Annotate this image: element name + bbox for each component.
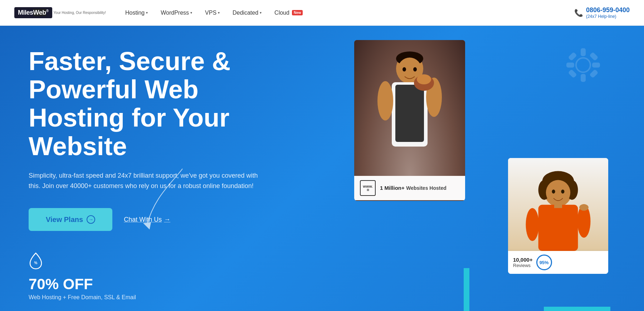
gear-icon bbox=[565, 47, 601, 83]
phone-helpline: (24x7 Help-line) bbox=[586, 14, 630, 19]
chevron-down-icon: ▾ bbox=[190, 11, 192, 15]
nav-item-cloud[interactable]: Cloud New bbox=[269, 7, 308, 19]
svg-point-28 bbox=[561, 189, 564, 193]
hero-subtitle: Simplicity, ultra-fast speed and 24x7 br… bbox=[29, 171, 261, 191]
hero-section: Faster, Secure & Powerful Web Hosting fo… bbox=[0, 26, 644, 311]
phone-contact: 📞 0806-959-0400 (24x7 Help-line) bbox=[574, 6, 630, 19]
nav-item-wordpress[interactable]: WordPress ▾ bbox=[156, 7, 197, 19]
svg-rect-29 bbox=[538, 205, 578, 251]
nav-wordpress-label: WordPress bbox=[161, 10, 189, 16]
discount-drop-icon: % bbox=[29, 252, 261, 273]
new-badge: New bbox=[292, 10, 303, 15]
chevron-down-icon: ▾ bbox=[260, 11, 262, 15]
svg-rect-30 bbox=[554, 202, 562, 208]
chat-with-us-button[interactable]: Chat With Us → bbox=[124, 216, 170, 223]
svg-rect-17 bbox=[395, 85, 424, 142]
svg-text:%: % bbox=[34, 261, 38, 265]
svg-point-21 bbox=[417, 74, 431, 84]
nav-links: Hosting ▾ WordPress ▾ VPS ▾ Dedicated ▾ … bbox=[120, 7, 574, 19]
svg-point-31 bbox=[526, 208, 539, 241]
arrow-right-icon: → bbox=[164, 216, 170, 223]
chevron-down-icon: ▾ bbox=[218, 11, 220, 15]
review-text: 10,000+ Reviews bbox=[513, 257, 533, 268]
svg-point-27 bbox=[552, 189, 555, 193]
svg-rect-5 bbox=[569, 53, 576, 60]
nav-item-vps[interactable]: VPS ▾ bbox=[200, 7, 225, 19]
svg-rect-6 bbox=[590, 53, 597, 60]
logo-registered: ® bbox=[46, 9, 49, 13]
svg-rect-2 bbox=[581, 75, 585, 81]
svg-point-26 bbox=[546, 180, 570, 205]
artisan-figure bbox=[363, 44, 456, 176]
discount-block: % 70% OFF Web Hosting + Free Domain, SSL… bbox=[29, 252, 261, 301]
websites-badge: WWW. ⊞ 1 Million+ Websites Hosted bbox=[354, 176, 465, 200]
svg-rect-3 bbox=[567, 63, 574, 67]
websites-count: 1 Million+ bbox=[380, 185, 405, 191]
svg-point-14 bbox=[402, 67, 406, 71]
hero-title: Faster, Secure & Powerful Web Hosting fo… bbox=[29, 47, 261, 161]
view-plans-label: View Plans bbox=[46, 216, 83, 224]
svg-rect-8 bbox=[590, 70, 597, 77]
nav-item-dedicated[interactable]: Dedicated ▾ bbox=[228, 7, 267, 19]
nav-vps-label: VPS bbox=[205, 10, 216, 16]
discount-percentage: 70% OFF bbox=[29, 276, 261, 293]
hero-buttons: View Plans → Chat With Us → bbox=[29, 208, 261, 231]
websites-label: Websites Hosted bbox=[406, 185, 447, 191]
nav-dedicated-label: Dedicated bbox=[233, 10, 258, 16]
review-card: 10,000+ Reviews 95% bbox=[508, 158, 608, 274]
hero-content: Faster, Secure & Powerful Web Hosting fo… bbox=[29, 47, 261, 301]
hero-main-image: WWW. ⊞ 1 Million+ Websites Hosted bbox=[354, 40, 465, 201]
phone-icon: 📞 bbox=[574, 9, 583, 17]
logo-miles: Miles bbox=[18, 9, 33, 16]
logo-tagline: Your Hosting, Our Responsibility! bbox=[54, 11, 106, 15]
logo[interactable]: MilesWeb® Your Hosting, Our Responsibili… bbox=[14, 7, 106, 18]
chat-label: Chat With Us bbox=[124, 216, 162, 223]
review-badge: 10,000+ Reviews 95% bbox=[508, 251, 608, 274]
svg-rect-1 bbox=[581, 49, 585, 55]
websites-text: 1 Million+ Websites Hosted bbox=[380, 184, 447, 192]
svg-point-18 bbox=[377, 81, 393, 120]
svg-rect-7 bbox=[569, 70, 576, 77]
artisan-photo bbox=[354, 40, 465, 176]
svg-rect-4 bbox=[593, 63, 599, 67]
svg-rect-34 bbox=[582, 204, 585, 209]
logo-web: Web bbox=[33, 9, 46, 16]
phone-text: 0806-959-0400 (24x7 Help-line) bbox=[586, 6, 630, 19]
nav-cloud-label: Cloud bbox=[274, 10, 289, 16]
nav-hosting-label: Hosting bbox=[125, 10, 145, 16]
discount-description: Web Hosting + Free Domain, SSL & Email bbox=[29, 294, 261, 301]
svg-point-0 bbox=[576, 58, 590, 72]
logo-box: MilesWeb® bbox=[14, 7, 52, 18]
review-label: Reviews bbox=[513, 263, 533, 268]
circle-arrow-icon: → bbox=[87, 215, 95, 224]
review-pct-value: 95% bbox=[540, 260, 549, 265]
teal-bottom-bar bbox=[544, 307, 610, 311]
woman-figure bbox=[515, 165, 601, 251]
www-icon: WWW. ⊞ bbox=[360, 180, 376, 196]
review-percentage-circle: 95% bbox=[536, 255, 552, 270]
phone-number[interactable]: 0806-959-0400 bbox=[586, 6, 630, 14]
svg-point-15 bbox=[413, 67, 417, 71]
nav-item-hosting[interactable]: Hosting ▾ bbox=[120, 7, 153, 19]
navbar: MilesWeb® Your Hosting, Our Responsibili… bbox=[0, 0, 644, 26]
review-person-photo bbox=[508, 158, 608, 251]
chevron-down-icon: ▾ bbox=[146, 11, 148, 15]
view-plans-button[interactable]: View Plans → bbox=[29, 208, 112, 231]
review-count: 10,000+ bbox=[513, 257, 533, 263]
teal-accent-bar bbox=[464, 268, 469, 311]
